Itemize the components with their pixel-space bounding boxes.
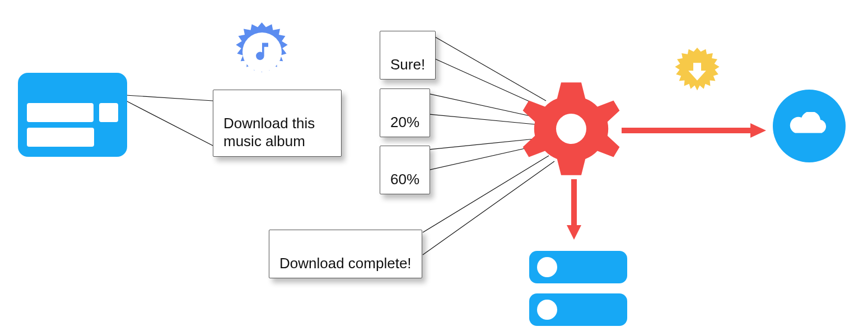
cloud-icon <box>787 112 832 140</box>
ack-text: Sure! <box>390 56 425 73</box>
client-row-2 <box>27 128 118 147</box>
svg-marker-14 <box>567 225 581 240</box>
client-bar <box>27 128 94 147</box>
progress-callout-1: 20% <box>380 88 430 137</box>
request-callout: Download this music album <box>213 90 342 157</box>
done-text: Download complete! <box>279 255 412 272</box>
client-ui-card <box>18 73 127 157</box>
svg-line-6 <box>423 139 535 150</box>
download-arrow-icon <box>685 60 709 86</box>
storage-stack <box>529 251 627 326</box>
storage-disk <box>529 251 627 283</box>
svg-marker-12 <box>750 123 766 138</box>
done-callout: Download complete! <box>269 230 422 278</box>
svg-line-5 <box>423 114 535 124</box>
svg-line-1 <box>126 101 213 146</box>
seal-inner-disc <box>242 32 282 72</box>
cloud-node <box>773 90 846 162</box>
ack-callout: Sure! <box>380 31 436 80</box>
disk-led <box>537 257 557 277</box>
client-row-1 <box>27 103 118 122</box>
progress-text-1: 20% <box>390 114 419 130</box>
music-seal-badge <box>232 22 291 81</box>
progress-text-2: 60% <box>390 171 419 188</box>
service-gear <box>521 78 622 179</box>
gear-icon <box>521 78 622 179</box>
client-bar-small <box>99 103 118 122</box>
diagram-stage: Download this music album Sure! 20% 60% … <box>0 0 868 336</box>
music-note-icon <box>250 40 274 64</box>
progress-callout-2: 60% <box>380 146 430 194</box>
request-text: Download this music album <box>223 115 315 150</box>
download-seal-badge <box>672 48 722 98</box>
arrow-gear-to-cloud <box>622 122 767 139</box>
disk-led <box>537 300 557 320</box>
client-bar <box>27 103 94 122</box>
storage-disk <box>529 293 627 326</box>
svg-point-10 <box>556 114 586 144</box>
arrow-gear-to-storage <box>566 179 582 241</box>
svg-line-0 <box>126 95 213 101</box>
